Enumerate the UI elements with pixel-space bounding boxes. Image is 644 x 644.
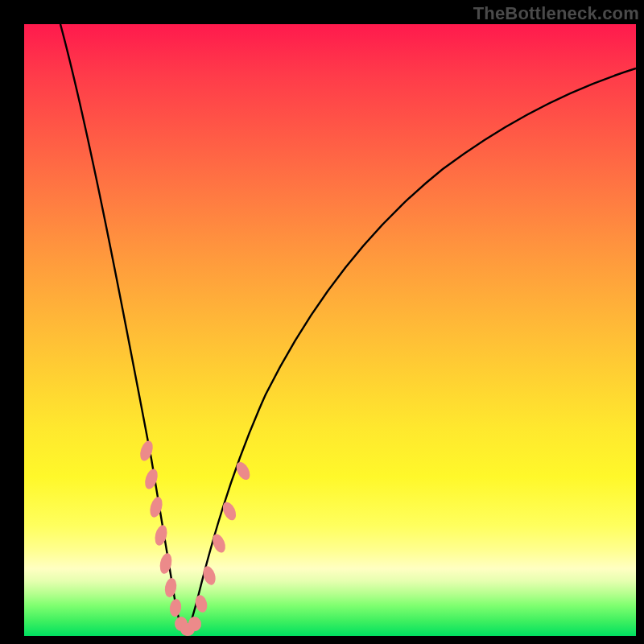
bottleneck-curve bbox=[60, 24, 636, 634]
marker-point bbox=[163, 577, 178, 598]
plot-area bbox=[24, 24, 636, 636]
marker-point bbox=[153, 524, 169, 547]
chart-frame: TheBottleneck.com bbox=[0, 0, 644, 644]
curve-layer bbox=[24, 24, 636, 636]
marker-point bbox=[169, 598, 183, 617]
marker-point bbox=[142, 467, 159, 490]
marker-point bbox=[233, 460, 253, 482]
marker-point bbox=[221, 500, 239, 522]
marker-point bbox=[138, 439, 155, 462]
watermark-text: TheBottleneck.com bbox=[473, 3, 639, 24]
marker-point bbox=[194, 594, 209, 614]
marker-point bbox=[148, 496, 165, 519]
marker-point bbox=[158, 552, 173, 575]
